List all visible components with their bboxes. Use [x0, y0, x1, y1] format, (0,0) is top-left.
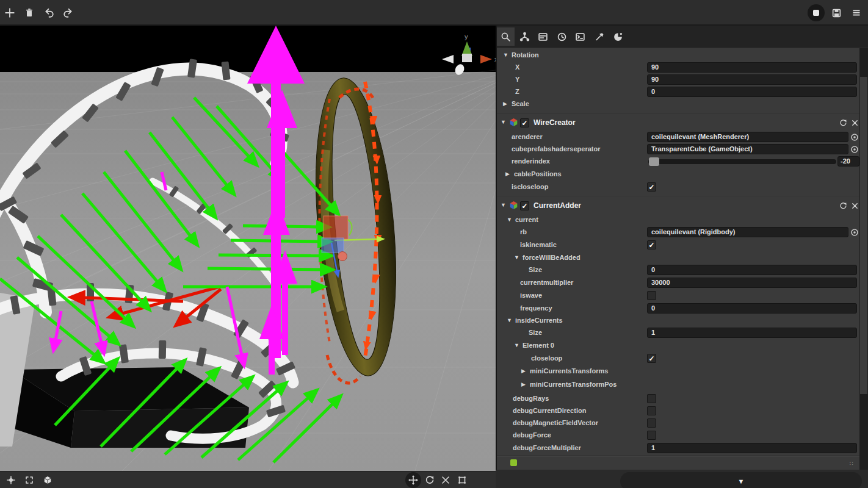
- menu-icon[interactable]: [848, 5, 864, 21]
- debugforce-checkbox[interactable]: [647, 431, 656, 440]
- scrollbar-thumb[interactable]: [860, 77, 867, 394]
- arenderer-label: arenderer: [512, 133, 543, 140]
- insidecurrents-foldout-row[interactable]: insideCurrents: [497, 315, 859, 327]
- forcewillbeadded-foldout-row[interactable]: forceWillBeAdded: [497, 252, 859, 264]
- renderindex-slider-track[interactable]: [648, 159, 836, 164]
- minicurrentstransforms-row[interactable]: miniCurrentsTransforms: [497, 365, 859, 378]
- cube-icon[interactable]: [40, 473, 55, 487]
- inspector-tab-bar: [497, 26, 868, 48]
- gizmo-cube: [462, 54, 472, 62]
- tab-theme[interactable]: [609, 27, 627, 46]
- minicurrentstransformpos-row[interactable]: miniCurrentsTransformPos: [497, 379, 859, 391]
- renderindex-slider-handle[interactable]: [649, 157, 659, 166]
- save-icon[interactable]: [828, 5, 844, 21]
- currentmultiplier-label: currentmultiplier: [520, 279, 573, 286]
- cablepositions-row[interactable]: cablePositions: [497, 168, 859, 181]
- add-component-dropdown[interactable]: ▼: [620, 472, 862, 488]
- cubeprefab-row: cubeprefabshaderseperator TransparentCub…: [497, 143, 859, 156]
- component-title: WireCreator: [533, 118, 576, 127]
- debugcurrentdirection-checkbox[interactable]: [647, 406, 656, 415]
- scene-3d-render: y x: [0, 26, 496, 471]
- cubeprefab-object-field[interactable]: TransparentCube (GameObject): [647, 144, 848, 154]
- currentadder-header[interactable]: CurrentAdder: [497, 198, 859, 213]
- rotation-x-field[interactable]: 90: [647, 62, 857, 73]
- foldout-icon[interactable]: [514, 254, 519, 260]
- rb-object-field[interactable]: coilequilevant (Rigidbody): [647, 227, 848, 237]
- tab-history[interactable]: [553, 27, 571, 46]
- remove-component-icon[interactable]: [850, 118, 859, 127]
- debugforcemultiplier-field[interactable]: 1: [647, 443, 857, 453]
- iscloseloop-checkbox[interactable]: [647, 182, 656, 192]
- foldout-icon[interactable]: [501, 119, 506, 125]
- rotation-foldout-row[interactable]: Rotation: [497, 49, 859, 62]
- rotate-tool[interactable]: [422, 473, 437, 487]
- move-tool[interactable]: [405, 472, 421, 488]
- stop-button[interactable]: [808, 4, 825, 21]
- component-enabled-checkbox[interactable]: [520, 118, 529, 127]
- inspector-scrollbar[interactable]: [859, 48, 868, 470]
- remove-component-icon[interactable]: [850, 201, 859, 210]
- force-size-field[interactable]: 0: [647, 265, 857, 275]
- foldout-icon[interactable]: [507, 317, 512, 323]
- foldout-icon[interactable]: [501, 202, 506, 208]
- rotation-y-field[interactable]: 90: [647, 74, 857, 85]
- scale-tool[interactable]: [438, 473, 453, 487]
- debugmagneticfieldvector-checkbox[interactable]: [647, 418, 656, 428]
- add-icon[interactable]: [2, 5, 18, 21]
- tab-search[interactable]: [497, 27, 515, 46]
- rect-tool[interactable]: [455, 473, 469, 487]
- component-title: CurrentAdder: [533, 201, 581, 210]
- component-separator: [497, 113, 859, 114]
- size-label: Size: [529, 266, 542, 273]
- top-toolbar: [0, 0, 868, 26]
- gizmo-center-icon[interactable]: [4, 473, 18, 487]
- tab-tools[interactable]: [590, 27, 608, 46]
- inside-size-field[interactable]: 1: [647, 328, 857, 338]
- currentmultiplier-field[interactable]: 30000: [647, 278, 857, 288]
- expand-icon[interactable]: [22, 473, 37, 487]
- foldout-icon[interactable]: [521, 381, 526, 387]
- object-picker-icon[interactable]: [850, 133, 859, 144]
- tab-console[interactable]: [571, 27, 589, 46]
- current-foldout-row[interactable]: current: [497, 214, 859, 226]
- foldout-icon[interactable]: [521, 368, 526, 374]
- scale-foldout-row[interactable]: Scale: [497, 98, 859, 110]
- iskinematic-checkbox[interactable]: [647, 240, 656, 249]
- object-picker-icon[interactable]: [850, 145, 859, 156]
- debugcurrentdirection-label: debugCurrentDirection: [513, 407, 586, 414]
- arenderer-object-field[interactable]: coilequilevant (MeshRenderer): [647, 132, 848, 142]
- foldout-icon[interactable]: [503, 101, 507, 107]
- y-label: Y: [515, 76, 519, 83]
- rotation-label: Rotation: [512, 51, 539, 59]
- gizmo-plane-handle-blue[interactable]: [322, 238, 344, 253]
- object-picker-icon[interactable]: [850, 228, 859, 239]
- partial-component-header[interactable]: ∷: [497, 458, 859, 470]
- rotation-z-field[interactable]: 0: [647, 87, 857, 97]
- foldout-icon[interactable]: [503, 52, 508, 58]
- foldout-icon[interactable]: [507, 217, 512, 223]
- component-enabled-checkbox[interactable]: [520, 201, 529, 210]
- gizmo-plane-handle-red[interactable]: [324, 216, 348, 239]
- frequency-field[interactable]: 0: [647, 303, 857, 314]
- gizmo-center-ball[interactable]: [338, 252, 347, 261]
- reset-component-icon[interactable]: [839, 118, 848, 127]
- undo-icon[interactable]: [41, 5, 57, 21]
- renderindex-value-field[interactable]: -20: [837, 156, 859, 167]
- renderindex-row: renderindex -20: [497, 156, 859, 168]
- tab-hierarchy[interactable]: [516, 27, 533, 46]
- redo-icon[interactable]: [60, 5, 76, 21]
- foldout-icon[interactable]: [514, 342, 519, 348]
- element0-foldout-row[interactable]: Element 0: [497, 340, 859, 352]
- foldout-icon[interactable]: [505, 171, 510, 177]
- x-label: X: [515, 63, 519, 71]
- scene-viewport[interactable]: y x: [0, 26, 496, 471]
- reset-component-icon[interactable]: [839, 201, 848, 210]
- wirecreator-header[interactable]: WireCreator: [497, 115, 859, 130]
- iswave-checkbox[interactable]: [647, 291, 656, 300]
- rb-row: rb coilequilevant (Rigidbody): [497, 226, 859, 239]
- debugrays-checkbox[interactable]: [647, 394, 656, 403]
- closeloop-checkbox[interactable]: [647, 354, 656, 363]
- delete-icon[interactable]: [21, 5, 37, 21]
- debugforce-row: debugForce: [497, 429, 859, 442]
- tab-project[interactable]: [534, 27, 552, 46]
